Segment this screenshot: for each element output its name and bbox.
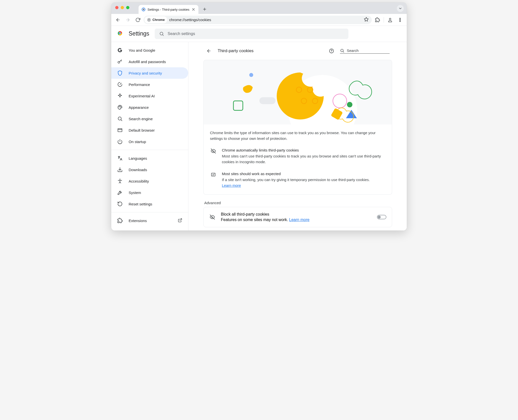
svg-point-12 <box>118 61 120 63</box>
tab-title: Settings - Third-party cookies <box>148 8 189 11</box>
cookies-card: Chrome limits the type of information si… <box>203 124 392 195</box>
page-back-button[interactable] <box>204 46 213 55</box>
svg-point-0 <box>143 9 144 10</box>
sidebar-divider <box>111 150 188 150</box>
page-title: Third-party cookies <box>218 48 323 53</box>
eye-off-icon <box>209 215 216 220</box>
sidebar-item-reset[interactable]: Reset settings <box>111 198 188 210</box>
svg-point-16 <box>118 117 121 120</box>
svg-point-11 <box>160 32 163 35</box>
window-minimize-button[interactable] <box>121 6 124 9</box>
setting-block-all-cookies: Block all third-party cookies Features o… <box>203 207 392 227</box>
svg-point-4 <box>389 18 391 20</box>
sidebar-item-extensions[interactable]: Extensions <box>111 215 188 226</box>
site-chip[interactable]: Chrome <box>145 16 167 23</box>
tab-overflow-button[interactable] <box>397 5 404 12</box>
sidebar-item-privacy[interactable]: Privacy and security <box>111 67 188 79</box>
sidebar-item-autofill[interactable]: Autofill and passwords <box>111 56 188 67</box>
window-zoom-button[interactable] <box>126 6 129 9</box>
google-g-icon <box>117 47 123 53</box>
window-close-button[interactable] <box>115 6 118 9</box>
tab-close-button[interactable] <box>191 7 195 11</box>
svg-point-7 <box>400 21 400 22</box>
settings-title: Settings <box>129 30 149 37</box>
svg-point-27 <box>249 73 253 77</box>
sidebar-item-default-browser[interactable]: Default browser <box>111 124 188 136</box>
sidebar-item-appearance[interactable]: Appearance <box>111 102 188 113</box>
sidebar-item-label: Performance <box>129 82 150 87</box>
sidebar-item-accessibility[interactable]: Accessibility <box>111 175 188 187</box>
cookies-intro-text: Chrome limits the type of information si… <box>210 130 385 142</box>
sidebar-item-experimental-ai[interactable]: Experimental AI <box>111 90 188 102</box>
info-body: Most sites can't use third-party cookies… <box>222 153 385 165</box>
sidebar-item-label: Downloads <box>129 168 147 172</box>
key-icon <box>117 59 123 64</box>
sidebar-item-label: Accessibility <box>129 179 149 183</box>
settings-search[interactable]: Search settings <box>155 29 348 39</box>
svg-rect-26 <box>233 101 243 110</box>
learn-more-link[interactable]: Learn more <box>222 183 241 188</box>
sidebar-item-search-engine[interactable]: Search engine <box>111 113 188 124</box>
sidebar-item-label: System <box>129 191 141 195</box>
accessibility-icon <box>117 178 123 184</box>
toolbar-divider <box>384 17 384 23</box>
learn-more-link[interactable]: Learn more <box>289 218 309 222</box>
wrench-icon <box>117 190 123 195</box>
info-title: Chrome automatically limits third-party … <box>222 148 385 152</box>
svg-point-18 <box>119 179 120 180</box>
reload-button[interactable] <box>134 16 142 24</box>
omnibox[interactable]: Chrome chrome://settings/cookies <box>144 16 372 24</box>
forward-button[interactable] <box>124 16 132 24</box>
translate-icon <box>117 155 123 161</box>
site-chip-label: Chrome <box>152 18 165 22</box>
sidebar-item-label: Autofill and passwords <box>129 60 166 64</box>
svg-point-5 <box>400 18 400 19</box>
search-icon <box>117 116 123 121</box>
profile-button[interactable] <box>386 16 394 24</box>
extensions-button[interactable] <box>373 16 382 24</box>
bookmark-star-icon[interactable] <box>364 17 369 23</box>
puzzle-icon <box>117 218 123 223</box>
block-all-cookies-toggle[interactable] <box>377 215 386 219</box>
sidebar-item-label: Extensions <box>129 219 147 223</box>
help-button[interactable] <box>328 47 335 55</box>
info-body: If a site isn't working, you can try giv… <box>222 177 370 189</box>
svg-point-20 <box>341 49 343 52</box>
sidebar-item-label: Languages <box>129 156 147 160</box>
browser-window-icon <box>117 127 123 133</box>
sidebar-item-you-and-google[interactable]: You and Google <box>111 44 188 56</box>
svg-point-30 <box>347 102 352 107</box>
svg-point-15 <box>121 107 121 107</box>
svg-point-13 <box>119 107 119 107</box>
new-tab-button[interactable] <box>201 5 208 13</box>
sidebar-divider <box>111 212 188 212</box>
settings-header: Settings Search settings <box>111 26 407 42</box>
sidebar-item-label: Default browser <box>129 128 155 132</box>
svg-rect-28 <box>259 97 275 104</box>
inline-search-placeholder: Search <box>347 48 359 53</box>
sidebar-item-label: Experimental AI <box>129 94 155 98</box>
gear-icon <box>142 7 146 11</box>
omnibox-url: chrome://settings/cookies <box>169 18 362 22</box>
sidebar-item-system[interactable]: System <box>111 187 188 198</box>
svg-point-6 <box>400 19 400 20</box>
sidebar-item-label: You and Google <box>129 48 155 52</box>
sidebar-item-downloads[interactable]: Downloads <box>111 164 188 175</box>
palette-icon <box>117 105 123 110</box>
info-title: Most sites should work as expected <box>222 172 370 176</box>
svg-rect-17 <box>118 129 122 132</box>
back-button[interactable] <box>114 16 122 24</box>
browser-menu-button[interactable] <box>396 16 404 24</box>
sidebar-item-performance[interactable]: Performance <box>111 79 188 90</box>
setting-body: Features on some sites may not work. Lea… <box>221 218 371 222</box>
sidebar-item-languages[interactable]: Languages <box>111 153 188 164</box>
inline-search[interactable]: Search <box>340 48 390 54</box>
browser-tab[interactable]: Settings - Third-party cookies <box>139 5 198 14</box>
svg-point-2 <box>148 19 149 20</box>
power-icon <box>117 139 123 144</box>
tab-strip: Settings - Third-party cookies <box>111 2 407 14</box>
sidebar-item-on-startup[interactable]: On startup <box>111 136 188 147</box>
settings-body: You and Google Autofill and passwords Pr… <box>111 42 407 230</box>
svg-marker-3 <box>364 17 369 21</box>
browser-toolbar: Chrome chrome://settings/cookies <box>111 14 407 26</box>
